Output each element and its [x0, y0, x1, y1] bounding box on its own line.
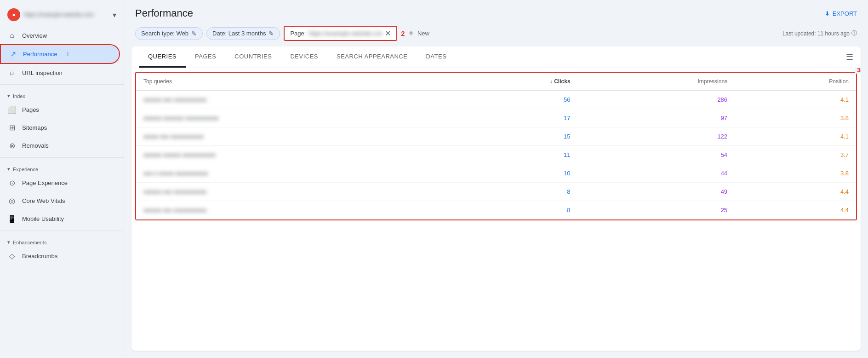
tab-search-appearance[interactable]: SEARCH APPEARANCE	[327, 46, 417, 68]
page-filter[interactable]: Page: https://example-website.com/page ✕	[284, 26, 397, 41]
edit-icon: ✎	[191, 30, 197, 37]
sidebar-item-label: Mobile Usability	[22, 215, 64, 222]
filter-rows-icon[interactable]: ☰	[846, 52, 853, 62]
table-row[interactable]: xxxxxx xxx xxxxxxxxxxx8254.4	[136, 201, 856, 219]
sidebar-item-sitemaps[interactable]: ⊞ Sitemaps	[0, 119, 120, 137]
query-text: xxxxxx xxx xxxxxxxxxxx	[143, 188, 206, 195]
sidebar-item-url-inspection[interactable]: ⌕ URL inspection	[0, 64, 120, 81]
sidebar-nav: ⌂ Overview ↗ Performance 1 ⌕ URL inspect…	[0, 27, 124, 265]
badge-3: 3	[855, 68, 861, 74]
property-selector[interactable]: ● https://example-website.com ▾	[0, 5, 124, 27]
property-avatar: ●	[7, 8, 20, 21]
close-icon[interactable]: ✕	[385, 29, 391, 38]
performance-icon: ↗	[8, 50, 17, 58]
clicks-cell: 56	[453, 91, 578, 109]
page-filter-label: Page:	[290, 30, 306, 37]
position-cell: 4.1	[735, 127, 856, 146]
search-type-filter[interactable]: Search type: Web ✎	[135, 27, 203, 40]
position-cell: 4.1	[735, 91, 856, 109]
table-row[interactable]: xxxxxx xxx xxxxxxxxxxx562864.1	[136, 91, 856, 109]
sidebar: ● https://example-website.com ▾ ⌂ Overvi…	[0, 0, 124, 358]
query-cell: xxxxxx xxxxxx xxxxxxxxxxx	[136, 146, 453, 164]
clicks-cell: 11	[453, 146, 578, 164]
search-icon: ⌕	[7, 69, 17, 77]
sidebar-item-performance[interactable]: ↗ Performance 1	[0, 44, 120, 64]
sidebar-item-label: Page Experience	[22, 179, 68, 186]
clicks-column-header[interactable]: ↓ Clicks	[453, 73, 578, 91]
filter-bar: Search type: Web ✎ Date: Last 3 months ✎…	[124, 23, 868, 46]
home-icon: ⌂	[7, 31, 17, 40]
main-header: Performance ⬇ EXPORT	[124, 0, 868, 23]
impressions-cell: 286	[578, 91, 735, 109]
edit-icon: ✎	[268, 30, 274, 37]
sidebar-item-core-web-vitals[interactable]: ◎ Core Web Vitals	[0, 192, 120, 210]
sidebar-item-pages[interactable]: ⬜ Pages	[0, 101, 120, 119]
position-cell: 4.4	[735, 183, 856, 201]
content-area: QUERIES PAGES COUNTRIES DEVICES SEARCH A…	[131, 46, 861, 351]
removals-icon: ⊗	[7, 141, 17, 150]
tab-devices[interactable]: DEVICES	[281, 46, 327, 68]
impressions-column-header[interactable]: Impressions	[578, 73, 735, 91]
new-label[interactable]: New	[417, 30, 429, 37]
query-column-header: Top queries	[136, 73, 453, 91]
collapse-icon: ▾	[7, 166, 10, 172]
table-row[interactable]: xxxxx xxx xxxxxxxxxxx151224.1	[136, 127, 856, 146]
search-type-label: Search type: Web	[141, 30, 188, 37]
position-column-header[interactable]: Position	[735, 73, 856, 91]
sidebar-item-breadcrumbs[interactable]: ◇ Breadcrumbs	[0, 247, 120, 265]
main-content: Performance ⬇ EXPORT Search type: Web ✎ …	[124, 0, 868, 358]
sidebar-item-label: Removals	[22, 142, 49, 149]
clicks-cell: 10	[453, 164, 578, 183]
page-title: Performance	[135, 7, 193, 19]
table-row[interactable]: xxxxxx xxx xxxxxxxxxxx8494.4	[136, 183, 856, 201]
download-icon: ⬇	[825, 10, 830, 17]
position-cell: 3.8	[735, 109, 856, 127]
sidebar-item-label: Overview	[22, 32, 47, 39]
nav-divider-2	[0, 157, 124, 158]
enhancements-section-label: ▾ Enhancements	[0, 234, 124, 247]
table-row[interactable]: xxx x xxxxx xxxxxxxxxxx10443.8	[136, 164, 856, 183]
export-button[interactable]: ⬇ EXPORT	[825, 10, 857, 17]
impressions-cell: 25	[578, 201, 735, 219]
clicks-cell: 8	[453, 183, 578, 201]
clicks-cell: 15	[453, 127, 578, 146]
query-cell: xxxxxx xxx xxxxxxxxxxx	[136, 201, 453, 219]
position-cell: 3.8	[735, 164, 856, 183]
breadcrumbs-icon: ◇	[7, 252, 17, 260]
sidebar-item-page-experience[interactable]: ⊙ Page Experience	[0, 174, 120, 192]
query-cell: xxx x xxxxx xxxxxxxxxxx	[136, 164, 453, 183]
query-cell: xxxxxx xxx xxxxxxxxxxx	[136, 91, 453, 109]
impressions-cell: 44	[578, 164, 735, 183]
query-text: xxxxxx xxxxxx xxxxxxxxxxx	[143, 151, 216, 158]
query-cell: xxxxx xxx xxxxxxxxxxx	[136, 127, 453, 146]
page-filter-value: https://example-website.com/page	[308, 30, 382, 37]
impressions-cell: 97	[578, 109, 735, 127]
table-row[interactable]: xxxxxx xxxxxx xxxxxxxxxxx11543.7	[136, 146, 856, 164]
tab-queries[interactable]: QUERIES	[139, 46, 186, 68]
pages-icon: ⬜	[7, 105, 17, 114]
core-web-vitals-icon: ◎	[7, 196, 17, 205]
sidebar-item-overview[interactable]: ⌂ Overview	[0, 27, 120, 44]
sidebar-item-mobile-usability[interactable]: 📱 Mobile Usability	[0, 210, 120, 228]
chevron-down-icon: ▾	[113, 11, 116, 19]
nav-divider-3	[0, 231, 124, 231]
sidebar-item-label: Sitemaps	[22, 124, 47, 131]
page-experience-icon: ⊙	[7, 179, 17, 187]
table-container: 3 Top queries ↓ Clicks Impressions	[131, 68, 861, 351]
tab-pages[interactable]: PAGES	[186, 46, 225, 68]
tab-dates[interactable]: DATES	[417, 46, 456, 68]
queries-bordered-section: 3 Top queries ↓ Clicks Impressions	[135, 72, 857, 220]
queries-table: Top queries ↓ Clicks Impressions Positio…	[136, 73, 856, 219]
filter-badge-2: 2	[401, 30, 405, 37]
sort-down-icon: ↓	[550, 78, 554, 85]
sidebar-item-removals[interactable]: ⊗ Removals	[0, 137, 120, 155]
add-filter-button[interactable]: +	[408, 28, 414, 39]
date-filter[interactable]: Date: Last 3 months ✎	[206, 27, 280, 40]
tab-countries[interactable]: COUNTRIES	[225, 46, 281, 68]
clicks-cell: 8	[453, 201, 578, 219]
table-row[interactable]: xxxxxx xxxxxxx xxxxxxxxxxx17973.8	[136, 109, 856, 127]
performance-badge: 1	[63, 51, 73, 58]
position-cell: 4.4	[735, 201, 856, 219]
property-name: https://example-website.com	[24, 12, 109, 18]
query-text: xxxxxx xxxxxxx xxxxxxxxxxx	[143, 115, 218, 121]
